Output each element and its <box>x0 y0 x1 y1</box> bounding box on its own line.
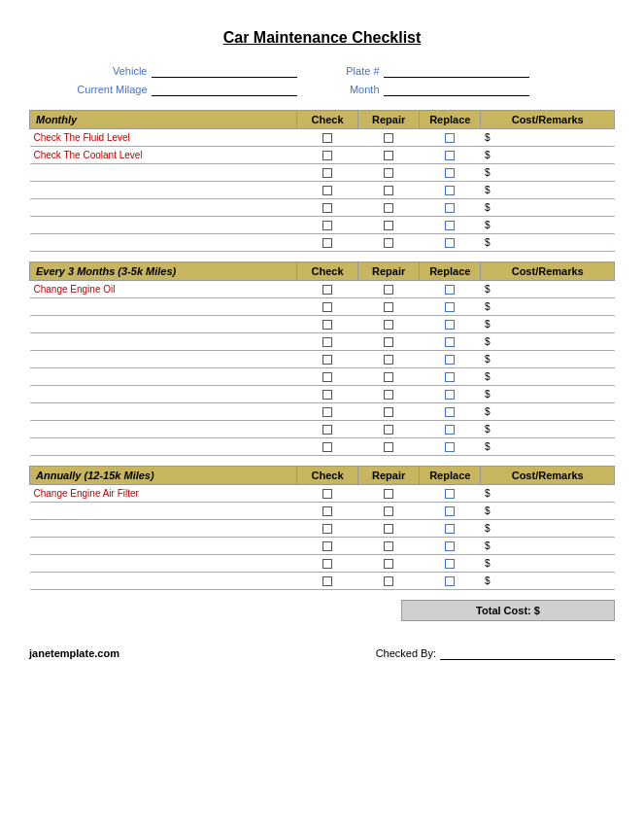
check-cell[interactable] <box>297 438 358 456</box>
replace-cell[interactable] <box>420 503 481 520</box>
checkbox[interactable] <box>322 506 332 516</box>
checkbox[interactable] <box>445 302 455 312</box>
checkbox[interactable] <box>384 355 393 365</box>
replace-cell[interactable] <box>420 368 481 386</box>
checkbox[interactable] <box>322 425 332 435</box>
check-cell[interactable] <box>297 147 358 164</box>
replace-cell[interactable] <box>420 351 481 368</box>
replace-cell[interactable] <box>420 421 481 438</box>
check-cell[interactable] <box>297 351 358 368</box>
checkbox[interactable] <box>322 442 332 452</box>
checkbox[interactable] <box>445 390 455 400</box>
repair-cell[interactable] <box>358 485 420 503</box>
checkbox[interactable] <box>384 524 393 534</box>
checkbox[interactable] <box>384 133 393 143</box>
repair-cell[interactable] <box>358 298 420 316</box>
checkbox[interactable] <box>322 390 332 400</box>
checkbox[interactable] <box>322 489 332 499</box>
checkbox[interactable] <box>322 203 332 213</box>
replace-cell[interactable] <box>420 438 481 456</box>
check-cell[interactable] <box>297 298 358 316</box>
checkbox[interactable] <box>384 186 393 195</box>
checkbox[interactable] <box>322 168 332 178</box>
checkbox[interactable] <box>384 372 393 382</box>
replace-cell[interactable] <box>420 520 481 538</box>
checkbox[interactable] <box>322 151 332 160</box>
check-cell[interactable] <box>297 520 358 538</box>
checkbox[interactable] <box>445 285 455 295</box>
checkbox[interactable] <box>384 238 393 248</box>
replace-cell[interactable] <box>420 386 481 403</box>
checkbox[interactable] <box>384 390 393 400</box>
checkbox[interactable] <box>445 186 455 195</box>
replace-cell[interactable] <box>420 199 481 217</box>
checkbox[interactable] <box>384 407 393 417</box>
checked-by-input[interactable] <box>440 646 615 660</box>
repair-cell[interactable] <box>358 421 420 438</box>
checkbox[interactable] <box>322 302 332 312</box>
check-cell[interactable] <box>297 538 358 555</box>
vehicle-input[interactable] <box>152 64 297 78</box>
checkbox[interactable] <box>384 320 393 330</box>
replace-cell[interactable] <box>420 217 481 234</box>
repair-cell[interactable] <box>358 403 420 421</box>
checkbox[interactable] <box>445 559 455 569</box>
check-cell[interactable] <box>297 316 358 333</box>
check-cell[interactable] <box>297 281 358 298</box>
checkbox[interactable] <box>445 320 455 330</box>
check-cell[interactable] <box>297 421 358 438</box>
checkbox[interactable] <box>384 489 393 499</box>
repair-cell[interactable] <box>358 555 420 573</box>
checkbox[interactable] <box>445 576 455 586</box>
replace-cell[interactable] <box>420 182 481 199</box>
checkbox[interactable] <box>445 506 455 516</box>
checkbox[interactable] <box>322 186 332 195</box>
repair-cell[interactable] <box>358 147 420 164</box>
replace-cell[interactable] <box>420 281 481 298</box>
checkbox[interactable] <box>322 285 332 295</box>
checkbox[interactable] <box>384 425 393 435</box>
checkbox[interactable] <box>384 442 393 452</box>
checkbox[interactable] <box>384 337 393 347</box>
replace-cell[interactable] <box>420 298 481 316</box>
checkbox[interactable] <box>322 524 332 534</box>
checkbox[interactable] <box>445 151 455 160</box>
checkbox[interactable] <box>445 541 455 551</box>
checkbox[interactable] <box>322 372 332 382</box>
checkbox[interactable] <box>384 559 393 569</box>
checkbox[interactable] <box>445 489 455 499</box>
checkbox[interactable] <box>445 238 455 248</box>
check-cell[interactable] <box>297 182 358 199</box>
checkbox[interactable] <box>384 506 393 516</box>
checkbox[interactable] <box>445 221 455 230</box>
checkbox[interactable] <box>384 285 393 295</box>
repair-cell[interactable] <box>358 164 420 182</box>
checkbox[interactable] <box>445 168 455 178</box>
repair-cell[interactable] <box>358 217 420 234</box>
repair-cell[interactable] <box>358 573 420 590</box>
replace-cell[interactable] <box>420 333 481 351</box>
month-input[interactable] <box>384 83 529 96</box>
checkbox[interactable] <box>384 302 393 312</box>
check-cell[interactable] <box>297 333 358 351</box>
checkbox[interactable] <box>445 203 455 213</box>
check-cell[interactable] <box>297 403 358 421</box>
check-cell[interactable] <box>297 573 358 590</box>
repair-cell[interactable] <box>358 351 420 368</box>
checkbox[interactable] <box>322 407 332 417</box>
check-cell[interactable] <box>297 217 358 234</box>
mileage-input[interactable] <box>152 83 297 96</box>
checkbox[interactable] <box>322 337 332 347</box>
checkbox[interactable] <box>445 372 455 382</box>
plate-input[interactable] <box>384 64 529 78</box>
check-cell[interactable] <box>297 129 358 147</box>
replace-cell[interactable] <box>420 573 481 590</box>
checkbox[interactable] <box>384 168 393 178</box>
check-cell[interactable] <box>297 485 358 503</box>
replace-cell[interactable] <box>420 316 481 333</box>
check-cell[interactable] <box>297 555 358 573</box>
replace-cell[interactable] <box>420 555 481 573</box>
replace-cell[interactable] <box>420 164 481 182</box>
checkbox[interactable] <box>445 355 455 365</box>
checkbox[interactable] <box>445 337 455 347</box>
